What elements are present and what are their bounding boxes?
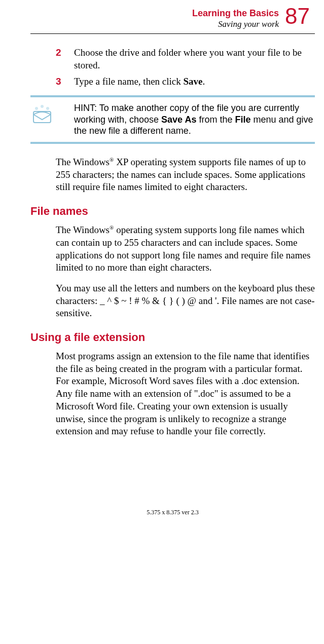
section-title: Saving your work (192, 19, 279, 29)
para-text-a: The Windows (56, 157, 110, 167)
step-3: 3 Type a file name, then click Save. (56, 75, 315, 88)
paragraph-characters: You may use all the letters and numbers … (56, 282, 315, 320)
page-number: 87 (285, 5, 310, 27)
footer: 5.375 x 8.375 ver 2.3 (30, 509, 315, 516)
paragraph-extension: Most programs assign an extension to the… (56, 350, 315, 438)
heading-file-extension: Using a file extension (30, 331, 315, 344)
header-text: Learning the Basics Saving your work (192, 5, 279, 29)
step-bold: Save (184, 76, 203, 87)
svg-point-2 (41, 105, 44, 108)
step-prefix: Type a file name, then click (74, 76, 184, 87)
svg-point-3 (46, 107, 49, 110)
hint-icon (30, 102, 56, 128)
svg-point-1 (35, 107, 38, 110)
paragraph-windows-xp: The Windows® XP operating system support… (56, 156, 315, 194)
hint-block: HINT: To make another copy of the file y… (30, 102, 315, 137)
hint-bold-1: Save As (161, 115, 196, 125)
header-rule (30, 33, 315, 34)
paragraph-long-names: The Windows® operating system supports l… (56, 224, 315, 274)
hint-divider-top (30, 95, 315, 97)
page-header: Learning the Basics Saving your work 87 (30, 5, 315, 29)
step-text: Choose the drive and folder where you wa… (74, 47, 315, 71)
step-number: 2 (56, 47, 74, 71)
step-number: 3 (56, 75, 74, 88)
hint-divider-bottom (30, 142, 315, 144)
step-suffix: . (203, 76, 205, 87)
hint-mid: from the (196, 115, 235, 125)
hint-text: HINT: To make another copy of the file y… (74, 102, 315, 137)
chapter-title: Learning the Basics (192, 8, 279, 19)
hint-bold-2: File (235, 115, 251, 125)
step-2: 2 Choose the drive and folder where you … (56, 47, 315, 71)
step-text: Type a file name, then click Save. (74, 75, 315, 88)
page: Learning the Basics Saving your work 87 … (0, 0, 324, 532)
para-text-a: The Windows (56, 224, 110, 235)
heading-file-names: File names (30, 205, 315, 218)
